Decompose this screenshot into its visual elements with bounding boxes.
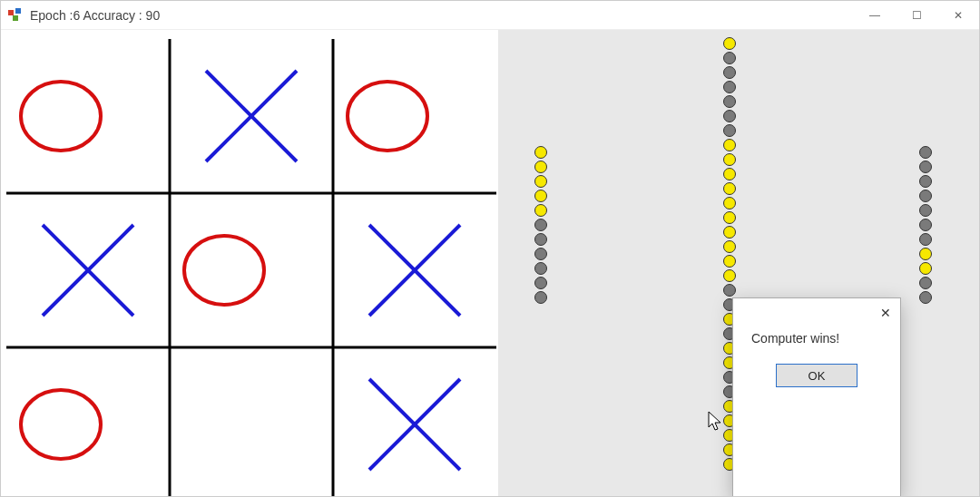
neuron — [534, 190, 547, 202]
neuron — [723, 226, 736, 239]
content-area: ✕ Computer wins! OK — [1, 30, 979, 496]
svg-rect-13 — [6, 347, 170, 496]
neuron — [919, 262, 932, 275]
board-cell-1-0[interactable] — [6, 193, 170, 347]
neuron — [723, 52, 736, 64]
neuron — [723, 81, 736, 93]
window-title: Epoch :6 Accuracy : 90 — [30, 8, 160, 23]
board-cell-0-2[interactable] — [333, 39, 496, 193]
svg-rect-15 — [333, 347, 496, 496]
neuron — [723, 37, 736, 50]
neuron — [723, 66, 736, 79]
ok-button[interactable]: OK — [776, 364, 858, 387]
board-cell-1-2[interactable] — [333, 193, 496, 347]
board-cell-2-0[interactable] — [6, 347, 170, 496]
neuron — [534, 277, 547, 289]
neuron — [919, 175, 932, 188]
neural-net-panel: ✕ Computer wins! OK — [498, 30, 979, 496]
neuron — [534, 262, 547, 275]
svg-rect-14 — [170, 347, 333, 496]
neuron — [919, 146, 932, 159]
neuron — [723, 95, 736, 108]
neuron — [534, 248, 547, 260]
maximize-button[interactable]: ☐ — [896, 1, 937, 30]
neuron — [723, 168, 736, 180]
neuron — [723, 269, 736, 282]
neuron — [534, 233, 547, 246]
dialog-close-icon[interactable]: ✕ — [880, 306, 891, 320]
neuron — [723, 211, 736, 224]
neuron — [919, 190, 932, 202]
board-cell-0-1[interactable] — [170, 39, 333, 193]
neuron — [919, 219, 932, 231]
app-window: Epoch :6 Accuracy : 90 — ☐ ✕ ✕ Computer … — [0, 0, 980, 497]
minimize-button[interactable]: — — [854, 1, 896, 30]
neuron — [919, 233, 932, 246]
svg-rect-1 — [13, 15, 18, 21]
neuron — [534, 161, 547, 173]
game-board — [1, 30, 498, 496]
neuron — [723, 110, 736, 122]
neuron — [723, 153, 736, 166]
close-button[interactable]: ✕ — [937, 1, 979, 30]
dialog-message: Computer wins! — [733, 298, 900, 364]
neuron — [919, 161, 932, 173]
neuron — [534, 175, 547, 188]
neuron — [919, 204, 932, 217]
cursor-icon — [708, 411, 724, 433]
neuron — [723, 182, 736, 195]
neuron — [723, 255, 736, 268]
neuron — [534, 204, 547, 217]
svg-rect-9 — [333, 39, 496, 193]
board-cell-2-1[interactable] — [170, 347, 333, 496]
board-cell-0-0[interactable] — [6, 39, 170, 193]
neuron — [723, 124, 736, 137]
result-dialog: ✕ Computer wins! OK — [732, 297, 901, 496]
svg-rect-7 — [6, 39, 170, 193]
neuron — [534, 146, 547, 159]
neuron — [534, 291, 547, 304]
svg-rect-11 — [170, 193, 333, 347]
neuron — [723, 284, 736, 297]
svg-rect-0 — [8, 10, 14, 15]
nn-layer-0 — [534, 146, 547, 306]
board-cell-2-2[interactable] — [333, 347, 496, 496]
neuron — [723, 139, 736, 151]
svg-rect-2 — [15, 8, 21, 14]
neuron — [919, 277, 932, 289]
nn-layer-2 — [919, 146, 932, 306]
neuron — [723, 197, 736, 210]
board-svg — [6, 39, 496, 496]
neuron — [723, 240, 736, 253]
app-icon — [8, 8, 23, 23]
neuron — [534, 219, 547, 231]
titlebar: Epoch :6 Accuracy : 90 — ☐ ✕ — [1, 1, 979, 30]
neuron — [919, 291, 932, 304]
neuron — [919, 248, 932, 260]
board-cell-1-1[interactable] — [170, 193, 333, 347]
